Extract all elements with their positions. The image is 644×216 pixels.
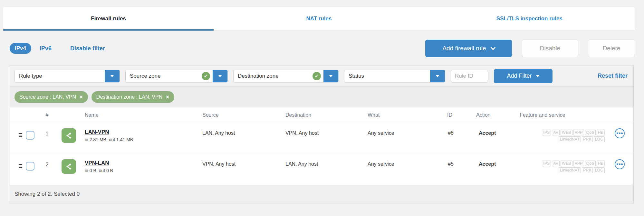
select-label: Rule type <box>15 73 105 79</box>
feature-badge: WEB <box>561 161 572 166</box>
table-header-row: # Name Source Destination What ID Action… <box>10 107 633 123</box>
drag-handle-icon[interactable] <box>19 133 22 137</box>
ipv4-toggle[interactable]: IPv4 <box>10 43 31 54</box>
add-firewall-rule-label: Add firewall rule <box>442 45 486 52</box>
source-zone-select[interactable]: Source zone ✓ <box>125 70 228 83</box>
table-row: 2 VPN-LAN in 0 B, out 0 B VPN, Any host … <box>10 154 633 185</box>
filter-bar: Rule type Source zone ✓ Destination zone… <box>10 65 633 87</box>
add-filter-label: Add Filter <box>507 73 532 79</box>
drag-handle-icon[interactable] <box>19 164 22 168</box>
filter-chip-destination-zone: Destination zone : LAN, VPN ✕ <box>91 91 174 103</box>
tab-label: NAT rules <box>306 15 332 22</box>
feature-badge: PRX <box>582 136 593 142</box>
ipv4-label: IPv4 <box>15 45 26 52</box>
rule-traffic-stats: in 2.81 MB, out 1.41 MB <box>85 137 198 142</box>
chevron-down-icon <box>490 45 495 50</box>
feature-badge: LOG <box>594 136 605 142</box>
rule-id: #5 <box>443 154 472 167</box>
reset-filter-link[interactable]: Reset filter <box>598 73 628 79</box>
row-checkbox[interactable] <box>26 131 34 140</box>
rule-action: Accept <box>472 154 516 167</box>
feature-badge: LOG <box>594 167 605 173</box>
rule-type-select[interactable]: Rule type <box>14 70 120 83</box>
chip-label: Destination zone : LAN, VPN <box>96 94 162 100</box>
feature-badge: LinkedNAT <box>559 167 581 173</box>
rule-what: Any service <box>364 154 443 167</box>
disable-button[interactable]: Disable <box>522 40 578 57</box>
select-label: Source zone <box>126 73 202 79</box>
row-menu-ellipsis-icon[interactable] <box>615 159 625 169</box>
active-tab-underline <box>3 29 214 31</box>
rule-what: Any service <box>364 123 443 136</box>
table-footer: Showing 2 of 2. Selected 0 <box>10 185 633 203</box>
row-menu-ellipsis-icon[interactable] <box>615 128 625 138</box>
dropdown-button[interactable] <box>213 70 227 83</box>
select-label: Destination zone <box>234 73 312 79</box>
feature-badge: PRX <box>582 167 593 173</box>
feature-badge: LinkedNAT <box>559 136 581 142</box>
feature-badge: AV <box>552 130 560 135</box>
remove-chip-icon[interactable]: ✕ <box>79 95 83 99</box>
rule-source: VPN, Any host <box>198 154 282 167</box>
col-header-source: Source <box>198 112 282 118</box>
row-number: 2 <box>38 154 56 168</box>
network-rule-share-icon <box>62 128 76 143</box>
remove-chip-icon[interactable]: ✕ <box>166 95 169 99</box>
col-header-action: Action <box>472 112 516 118</box>
feature-badge: APP <box>573 130 584 135</box>
rule-id-input[interactable] <box>451 70 488 83</box>
chip-label: Source zone : LAN, VPN <box>19 94 76 100</box>
active-filter-chips: Source zone : LAN, VPN ✕ Destination zon… <box>10 87 633 107</box>
feature-badge: QoS <box>585 130 596 135</box>
col-header-feature: Feature and service <box>516 112 606 118</box>
rule-destination: LAN, Any host <box>282 154 364 167</box>
filter-applied-check-icon: ✓ <box>312 72 321 80</box>
add-filter-button[interactable]: Add Filter <box>494 69 553 83</box>
dropdown-button[interactable] <box>105 70 120 83</box>
caret-down-icon <box>110 75 114 77</box>
rule-type-tabbar: Firewall rules NAT rules SSL/TLS inspect… <box>3 7 635 31</box>
feature-badge: HB <box>597 130 605 135</box>
tab-ssl-tls-inspection-rules[interactable]: SSL/TLS inspection rules <box>424 7 635 30</box>
status-select[interactable]: Status <box>344 70 445 83</box>
feature-badges: IPSAVWEBAPPQoSHBLinkedNATPRXLOG <box>519 161 605 173</box>
feature-badge: IPS <box>542 130 551 135</box>
tab-firewall-rules[interactable]: Firewall rules <box>3 7 214 30</box>
firewall-rules-panel: Rule type Source zone ✓ Destination zone… <box>10 65 634 203</box>
toolbar: IPv4 IPv6 Disable filter Add firewall ru… <box>10 40 635 57</box>
add-firewall-rule-button[interactable]: Add firewall rule <box>425 40 512 57</box>
tab-label: SSL/TLS inspection rules <box>496 15 562 22</box>
feature-badge: HB <box>597 161 605 166</box>
rule-name-link[interactable]: VPN-LAN <box>85 160 109 166</box>
ipv6-toggle[interactable]: IPv6 <box>40 45 52 52</box>
network-rule-share-icon <box>62 159 76 174</box>
col-header-number: # <box>38 112 56 118</box>
row-count-summary: Showing 2 of 2. Selected 0 <box>14 191 80 197</box>
feature-badge: QoS <box>585 161 596 166</box>
dropdown-button[interactable] <box>430 70 445 83</box>
feature-badges: IPSAVWEBAPPQoSHBLinkedNATPRXLOG <box>519 130 605 142</box>
feature-badge: AV <box>552 161 560 166</box>
col-header-id: ID <box>443 112 472 118</box>
rule-action: Accept <box>472 123 516 136</box>
tab-nat-rules[interactable]: NAT rules <box>214 7 424 30</box>
delete-button[interactable]: Delete <box>588 40 635 57</box>
rule-name-link[interactable]: LAN-VPN <box>85 129 109 135</box>
rule-id: #8 <box>443 123 472 136</box>
feature-badge: WEB <box>561 130 572 135</box>
row-number: 1 <box>38 123 56 137</box>
tab-label: Firewall rules <box>91 15 126 22</box>
destination-zone-select[interactable]: Destination zone ✓ <box>233 70 339 83</box>
rule-traffic-stats: in 0 B, out 0 B <box>85 168 198 173</box>
row-checkbox[interactable] <box>26 162 34 171</box>
caret-down-icon <box>329 75 333 77</box>
caret-down-icon <box>218 75 222 77</box>
col-header-name: Name <box>81 112 198 118</box>
disable-filter-link[interactable]: Disable filter <box>70 45 105 52</box>
caret-down-icon <box>436 75 439 77</box>
col-header-what: What <box>364 112 443 118</box>
select-label: Status <box>344 73 430 79</box>
caret-down-icon <box>536 75 540 77</box>
feature-badge: APP <box>573 161 584 166</box>
dropdown-button[interactable] <box>323 70 338 83</box>
